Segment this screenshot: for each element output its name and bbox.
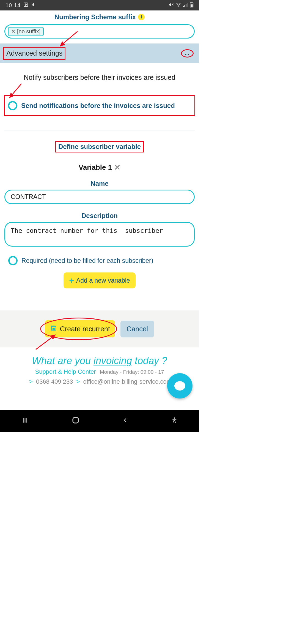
required-checkbox[interactable] bbox=[8, 256, 18, 265]
mute-icon bbox=[168, 2, 174, 9]
remove-tag-icon[interactable]: ✕ bbox=[11, 28, 15, 34]
accessibility-button[interactable] bbox=[171, 417, 178, 425]
email-address[interactable]: office@online-billing-service.com bbox=[83, 378, 172, 385]
variable-1-header: Variable 1 ✕ bbox=[0, 163, 199, 172]
variable-description-input[interactable] bbox=[4, 222, 195, 247]
send-notifications-checkbox[interactable] bbox=[8, 101, 17, 110]
suffix-tag[interactable]: ✕ [no suffix] bbox=[8, 27, 44, 36]
svg-rect-8 bbox=[186, 4, 186, 7]
phone-number[interactable]: 0368 409 233 bbox=[36, 378, 73, 385]
signal-icon bbox=[183, 2, 188, 9]
svg-point-5 bbox=[178, 6, 179, 6]
svg-point-2 bbox=[33, 3, 34, 4]
svg-rect-9 bbox=[187, 3, 188, 7]
remove-variable-icon[interactable]: ✕ bbox=[114, 163, 120, 172]
svg-rect-6 bbox=[183, 6, 184, 7]
chat-fab[interactable] bbox=[167, 373, 193, 399]
svg-point-1 bbox=[25, 4, 26, 4]
required-row[interactable]: Required (need to be filled for each sub… bbox=[8, 256, 191, 265]
divider bbox=[4, 130, 195, 130]
chat-icon bbox=[174, 381, 185, 391]
suffix-input[interactable]: ✕ [no suffix] bbox=[4, 24, 195, 39]
advanced-settings-title: Advanced settings bbox=[3, 47, 65, 60]
battery-icon bbox=[190, 2, 194, 9]
description-label: Description bbox=[0, 212, 199, 220]
wifi-icon bbox=[175, 2, 182, 9]
send-notifications-row[interactable]: Send notifications before the invoices a… bbox=[4, 95, 195, 116]
status-bar: 10:14 bbox=[0, 0, 199, 10]
info-icon[interactable]: i bbox=[138, 14, 145, 20]
numbering-scheme-label: Numbering Scheme suffix i bbox=[0, 10, 199, 23]
create-recurrent-button[interactable]: Create recurrent bbox=[45, 320, 115, 337]
svg-point-22 bbox=[174, 417, 175, 419]
status-time: 10:14 bbox=[6, 2, 21, 9]
document-icon bbox=[50, 325, 57, 333]
send-notifications-label: Send notifications before the invoices a… bbox=[21, 102, 175, 110]
variable-name-input[interactable] bbox=[4, 190, 195, 204]
name-label: Name bbox=[0, 180, 199, 187]
chevron-up-icon[interactable]: ︿ bbox=[185, 50, 190, 57]
android-nav-bar bbox=[0, 410, 199, 432]
activity-icon bbox=[31, 2, 35, 9]
recents-button[interactable] bbox=[21, 417, 29, 426]
svg-rect-12 bbox=[191, 4, 193, 7]
required-label: Required (need to be filled for each sub… bbox=[21, 257, 153, 264]
svg-rect-7 bbox=[185, 5, 185, 7]
collapse-icon-highlight: ︿ bbox=[181, 49, 194, 58]
plus-icon: + bbox=[69, 276, 74, 285]
cancel-button[interactable]: Cancel bbox=[120, 321, 154, 337]
define-variable-heading: Define subscriber variable bbox=[55, 141, 144, 152]
picture-icon bbox=[23, 2, 28, 9]
advanced-settings-header[interactable]: Advanced settings ︿ bbox=[0, 43, 199, 63]
footer-tagline: What are you invoicing today ? bbox=[3, 355, 196, 367]
back-button[interactable] bbox=[123, 416, 128, 426]
add-variable-button[interactable]: + Add a new variable bbox=[64, 272, 135, 288]
support-link[interactable]: Support & Help Center bbox=[35, 368, 96, 375]
notify-heading: Notify subscribers before their invoices… bbox=[8, 73, 191, 81]
home-button[interactable] bbox=[72, 416, 80, 426]
support-hours: Monday - Friday: 09:00 - 17 bbox=[100, 369, 164, 375]
svg-rect-21 bbox=[73, 417, 78, 423]
